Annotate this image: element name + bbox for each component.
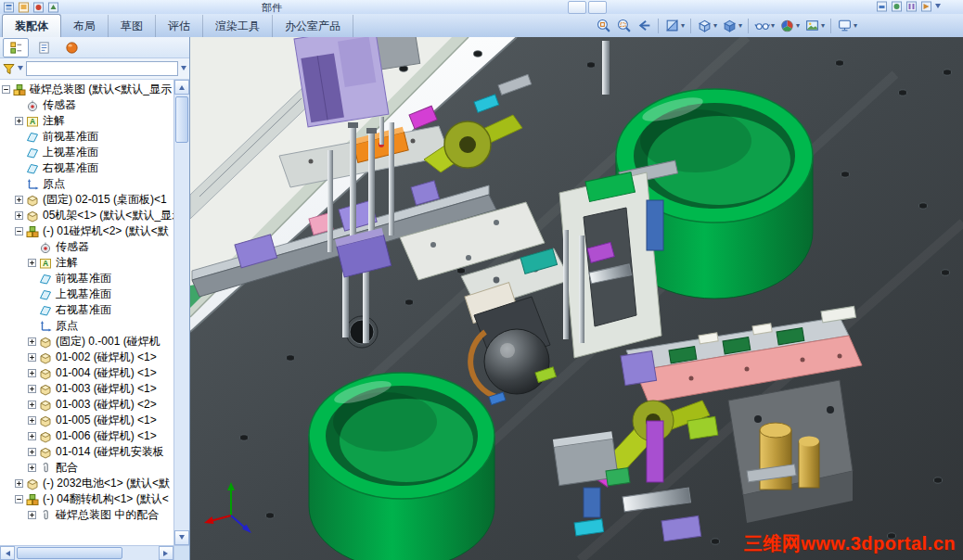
horizontal-scrollbar[interactable] [0,545,189,560]
expand-icon[interactable] [28,401,36,409]
tree-item[interactable]: 碰焊总装图 (默认<默认_显示 [0,82,173,97]
graphics-area[interactable]: 三维网www.3dportal.cn [190,37,963,560]
chevron-down-icon[interactable]: ▾ [713,21,717,30]
tree-item[interactable]: (固定) 0.-001 (碰焊机 [0,334,173,350]
tree-item[interactable]: 01-003 (碰焊机) <2> [0,397,173,413]
tree-item[interactable]: 传感器 [0,97,173,113]
tree-item[interactable]: 碰焊总装图 中的配合 [0,507,173,523]
tree-item[interactable]: 右视基准面 [0,302,173,318]
expand-icon[interactable] [28,385,36,393]
previous-view-button[interactable] [635,17,654,34]
expand-icon[interactable] [28,448,36,456]
chevron-down-icon[interactable]: ▾ [821,21,825,30]
featuremanager-tab[interactable] [3,38,29,57]
filter-funnel-icon[interactable] [3,63,15,75]
panel-splitter[interactable] [173,546,189,560]
tree-item[interactable]: 05机架<1> (默认<默认_显示 [0,208,173,223]
panel-flyout-icon[interactable] [181,66,186,73]
expand-icon[interactable] [28,353,36,362]
tree-item[interactable]: 上视基准面 [0,286,173,302]
propertymanager-tab[interactable] [31,38,57,57]
command-tab[interactable]: 渲染工具 [203,15,273,37]
expand-icon[interactable] [15,211,23,220]
tree-item[interactable]: A注解 [0,255,173,271]
view-orientation-button[interactable]: ▾ [695,17,719,34]
tree-item[interactable]: (-) 01碰焊机<2> (默认<默 [0,223,173,239]
tree-item[interactable]: 01-014 (碰焊机安装板 [0,444,173,460]
collapse-icon[interactable] [2,85,10,94]
scroll-right-button[interactable] [159,546,173,560]
command-tab[interactable]: 评估 [156,15,203,37]
tree-item[interactable]: 01-006 (碰焊机) <1> [0,428,173,444]
zoom-area-button[interactable] [614,17,634,34]
toolbar-icon[interactable] [876,1,888,12]
expand-icon[interactable] [28,259,36,267]
scroll-thumb[interactable] [17,547,122,559]
section-view-button[interactable]: ▾ [662,17,687,34]
tree-item[interactable]: 传感器 [0,239,173,255]
expand-icon[interactable] [28,337,36,346]
right-bracket-assembly[interactable] [728,380,853,523]
expand-icon[interactable] [28,416,36,425]
chevron-down-icon[interactable]: ▾ [681,21,685,30]
scroll-up-button[interactable] [174,80,189,95]
scroll-track[interactable] [174,95,189,530]
tree-item[interactable]: A注解 [0,113,173,129]
vibratory-bowl-left[interactable] [309,373,494,560]
tree-item[interactable]: 上视基准面 [0,145,173,160]
chevron-down-icon[interactable]: ▾ [796,21,800,30]
tree-item[interactable]: 前视基准面 [0,129,173,145]
toolbar-button[interactable] [568,1,586,14]
assembly-3d-scene[interactable] [190,37,963,560]
zoom-fit-button[interactable] [594,17,613,34]
command-tab[interactable]: 布局 [61,15,109,37]
filter-dropdown-icon[interactable] [18,66,23,73]
tree-item[interactable]: 前视基准面 [0,271,173,286]
expand-icon[interactable] [28,432,36,440]
display-style-button[interactable]: ▾ [720,17,744,34]
tree-item[interactable]: 01-002 (碰焊机) <1> [0,350,173,365]
toolbar-icon[interactable] [32,2,45,13]
toolbar-icon[interactable] [905,1,918,12]
tree-item[interactable]: 原点 [0,318,173,334]
apply-scene-button[interactable]: ▾ [802,17,827,34]
toolbar-icon[interactable] [47,2,59,13]
expand-icon[interactable] [28,511,36,519]
expand-icon[interactable] [15,117,23,125]
scroll-left-button[interactable] [0,546,15,560]
tree-item[interactable]: 右视基准面 [0,160,173,176]
tree-item[interactable]: 配合 [0,460,173,476]
collapse-icon[interactable] [15,227,23,235]
hide-items-button[interactable]: ▾ [752,17,777,34]
scroll-down-button[interactable] [174,530,189,545]
expand-icon[interactable] [15,479,23,488]
tree-item[interactable]: (-) 04翻转机构<1> (默认< [0,491,173,507]
toolbar-icon[interactable] [891,1,903,12]
toolbar-icon[interactable] [920,1,932,12]
edit-appearance-button[interactable]: ▾ [777,17,802,34]
scroll-thumb[interactable] [175,96,188,143]
tree-item[interactable]: 01-003 (碰焊机) <1> [0,381,173,397]
toolbar-icon[interactable] [3,2,15,13]
tree-item[interactable]: 01-004 (碰焊机) <1> [0,365,173,381]
tree-item[interactable]: (-) 2032电池<1> (默认<默 [0,476,173,491]
expand-icon[interactable] [28,464,36,472]
expand-icon[interactable] [15,196,23,204]
chevron-down-icon[interactable]: ▾ [854,21,857,30]
vertical-scrollbar[interactable] [173,80,189,545]
chevron-down-icon[interactable]: ▾ [771,21,775,30]
chevron-down-icon[interactable]: ▾ [738,21,742,30]
view-settings-button[interactable]: ▾ [835,17,859,34]
chevron-down-icon[interactable] [935,4,941,11]
command-tab[interactable]: 草图 [109,15,156,37]
tree-item[interactable]: 01-005 (碰焊机) <1> [0,413,173,428]
tree-item[interactable]: (固定) 02-015 (桌面板)<1 [0,192,173,208]
tree-item[interactable]: 原点 [0,176,173,192]
toolbar-icon[interactable] [18,2,30,13]
command-tab[interactable]: 办公室产品 [273,15,353,37]
toolbar-button[interactable] [588,1,607,14]
command-tab[interactable]: 装配体 [2,14,61,37]
scroll-track[interactable] [15,546,159,560]
collapse-icon[interactable] [15,495,23,503]
filter-input[interactable] [26,61,178,76]
